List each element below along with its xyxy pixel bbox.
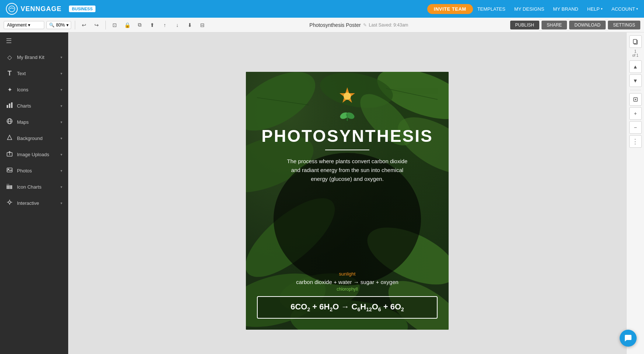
zoom-dropdown[interactable]: 🔍 80% ▾ <box>46 21 71 29</box>
undo-button[interactable]: ↩ <box>79 20 89 30</box>
sidebar-label-my-brand-kit: My Brand Kit <box>17 55 44 60</box>
nav-links: TEMPLATES MY DESIGNS MY BRAND HELP ▾ ACC… <box>477 6 638 12</box>
sidebar-item-interactive[interactable]: Interactive ▾ <box>0 195 68 211</box>
poster-canvas[interactable]: PHOTOSYNTHESIS The process where plants … <box>246 72 449 330</box>
more-options-button[interactable]: ⋮ <box>629 135 642 148</box>
canvas-area[interactable]: PHOTOSYNTHESIS The process where plants … <box>68 32 626 354</box>
zoom-in-button[interactable]: + <box>629 107 642 120</box>
icon-charts-icon <box>6 183 13 190</box>
bring-forward-button[interactable]: ⬆ <box>147 20 157 30</box>
image-uploads-chevron-icon: ▾ <box>60 153 62 157</box>
delete-button[interactable]: ⊟ <box>197 20 208 30</box>
sidebar-label-background: Background <box>17 136 42 141</box>
nav-account[interactable]: ACCOUNT ▾ <box>612 6 638 12</box>
svg-rect-3 <box>11 102 13 108</box>
nav-my-brand[interactable]: MY BRAND <box>553 6 578 12</box>
brand-kit-chevron-icon: ▾ <box>60 55 62 59</box>
svg-rect-13 <box>8 185 9 189</box>
copy-page-button[interactable] <box>629 35 642 48</box>
alignment-dropdown[interactable]: Alignment ▾ <box>4 21 44 29</box>
svg-rect-17 <box>8 184 9 185</box>
save-status: Last Saved: 9:43am <box>369 22 408 28</box>
doc-title-area: Photosynthesis Poster ✎ Last Saved: 9:43… <box>210 22 508 28</box>
zoom-chevron-icon: ▾ <box>66 22 69 28</box>
brand-name: VENNGAGE <box>21 5 62 13</box>
nav-help[interactable]: HELP ▾ <box>587 6 603 12</box>
svg-rect-44 <box>633 39 637 43</box>
edit-title-icon[interactable]: ✎ <box>363 22 367 28</box>
icons-icon: ✦ <box>6 86 13 93</box>
redo-button[interactable]: ↪ <box>91 20 102 30</box>
help-chevron-icon: ▾ <box>601 7 603 11</box>
sidebar-item-photos[interactable]: Photos ▾ <box>0 162 68 179</box>
poster-title: PHOTOSYNTHESIS <box>261 127 433 146</box>
nav-templates[interactable]: TEMPLATES <box>477 6 505 12</box>
document-title[interactable]: Photosynthesis Poster <box>309 22 361 28</box>
svg-rect-16 <box>7 184 8 185</box>
account-chevron-icon: ▾ <box>636 7 638 11</box>
invite-team-button[interactable]: INVITE TEAM <box>427 4 473 14</box>
charts-icon <box>6 102 13 109</box>
bring-up-button[interactable]: ↑ <box>160 20 170 30</box>
sidebar-item-text[interactable]: T Text ▾ <box>0 65 68 82</box>
duplicate-page-button[interactable] <box>629 93 642 106</box>
sidebar-label-photos: Photos <box>17 168 32 174</box>
sidebar-item-maps[interactable]: Maps ▾ <box>0 114 68 130</box>
photos-chevron-icon: ▾ <box>60 169 62 173</box>
page-up-button[interactable]: ▲ <box>629 60 642 73</box>
publish-button[interactable]: PUBLISH <box>510 21 539 29</box>
sidebar-item-background[interactable]: Background ▾ <box>0 130 68 146</box>
poster: PHOTOSYNTHESIS The process where plants … <box>246 72 449 330</box>
poster-divider <box>325 150 369 150</box>
icon-charts-chevron-icon: ▾ <box>60 185 62 189</box>
sidebar-item-my-brand-kit[interactable]: ◇ My Brand Kit ▾ <box>0 49 68 65</box>
main-layout: ☰ ◇ My Brand Kit ▾ T Text ▾ ✦ Icons ▾ <box>0 32 644 354</box>
duplicate-button[interactable]: ⧉ <box>135 20 145 30</box>
chat-support-button[interactable] <box>620 330 637 347</box>
sidebar-label-maps: Maps <box>17 119 29 125</box>
download-button[interactable]: DOWNLOAD <box>569 21 606 29</box>
sidebar-item-icons[interactable]: ✦ Icons ▾ <box>0 82 68 98</box>
chlorophyll-label: chlorophyll <box>257 287 438 292</box>
interactive-chevron-icon: ▾ <box>60 201 62 205</box>
svg-point-39 <box>344 92 351 100</box>
right-panel: 1 of 1 ▲ ▼ + − ⋮ <box>626 32 644 354</box>
right-panel-separator <box>630 90 641 90</box>
brand-kit-icon: ◇ <box>6 54 13 61</box>
logo-icon <box>6 3 18 15</box>
sidebar-label-interactive: Interactive <box>17 200 39 206</box>
settings-button[interactable]: SETTINGS <box>608 21 640 29</box>
send-back-button[interactable]: ↓ <box>172 20 182 30</box>
sidebar-item-charts[interactable]: Charts ▾ <box>0 98 68 114</box>
simple-equation: carbon dioxide + water → sugar + oxygen <box>257 279 438 285</box>
icons-chevron-icon: ▾ <box>60 88 62 92</box>
photos-icon <box>6 167 13 174</box>
lock-button[interactable]: 🔒 <box>122 20 132 30</box>
svg-marker-7 <box>7 135 12 140</box>
sidebar-label-charts: Charts <box>17 103 31 109</box>
toolbar-separator-1 <box>75 21 75 29</box>
sidebar-label-icons: Icons <box>17 87 28 92</box>
send-backward-button[interactable]: ⬇ <box>185 20 195 30</box>
text-icon: T <box>6 70 13 77</box>
zoom-out-button[interactable]: − <box>629 121 642 134</box>
sidebar-item-icon-charts[interactable]: Icon Charts ▾ <box>0 179 68 195</box>
poster-content: PHOTOSYNTHESIS The process where plants … <box>246 72 449 213</box>
nav-my-designs[interactable]: MY DESIGNS <box>514 6 544 12</box>
chemical-equation-box: 6CO2 + 6H2O → C6H12O6 + 6O2 <box>257 296 438 318</box>
svg-rect-2 <box>9 104 10 108</box>
page-number: 1 of 1 <box>632 49 638 57</box>
share-button[interactable]: SHARE <box>542 21 567 29</box>
copy-style-button[interactable]: ⊡ <box>109 20 120 30</box>
background-chevron-icon: ▾ <box>60 136 62 140</box>
toolbar: Alignment ▾ 🔍 80% ▾ ↩ ↪ ⊡ 🔒 ⧉ ⬆ ↑ ↓ ⬇ ⊟ … <box>0 18 644 32</box>
hamburger-icon: ☰ <box>6 37 12 45</box>
image-uploads-icon <box>6 151 13 158</box>
top-navigation: VENNGAGE BUSINESS INVITE TEAM TEMPLATES … <box>0 0 644 18</box>
sidebar-label-icon-charts: Icon Charts <box>17 184 41 190</box>
zoom-icon: 🔍 <box>49 22 55 28</box>
svg-point-18 <box>8 201 11 203</box>
sidebar-menu-toggle[interactable]: ☰ <box>0 32 68 49</box>
page-down-button[interactable]: ▼ <box>629 74 642 87</box>
sidebar-item-image-uploads[interactable]: Image Uploads ▾ <box>0 146 68 162</box>
